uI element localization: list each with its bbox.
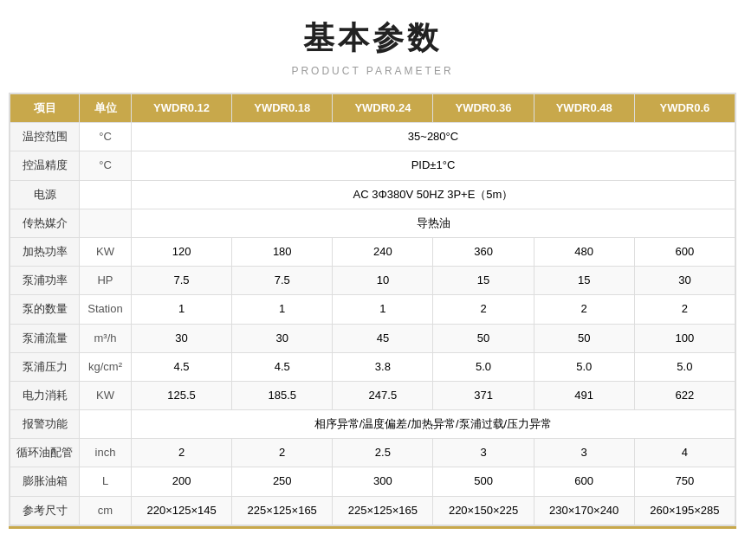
row-unit-2 bbox=[80, 180, 132, 209]
row-6-col-3: 2 bbox=[433, 295, 534, 324]
row-13-col-5: 260×195×285 bbox=[634, 496, 735, 525]
row-6-col-1: 1 bbox=[232, 295, 333, 324]
row-4-col-5: 600 bbox=[634, 237, 735, 266]
row-label-2: 电源 bbox=[10, 180, 80, 209]
row-unit-7: m³/h bbox=[80, 324, 132, 352]
row-unit-13: cm bbox=[80, 496, 132, 525]
row-8-col-1: 4.5 bbox=[232, 352, 333, 381]
row-5-col-3: 15 bbox=[433, 267, 534, 295]
row-unit-5: HP bbox=[80, 267, 132, 295]
row-unit-4: KW bbox=[80, 237, 132, 266]
row-12-col-4: 600 bbox=[534, 467, 634, 496]
row-4-col-3: 360 bbox=[433, 237, 534, 266]
row-9-col-5: 622 bbox=[634, 381, 735, 409]
row-unit-0: °C bbox=[80, 123, 132, 151]
row-8-col-4: 5.0 bbox=[534, 352, 634, 381]
row-11-col-1: 2 bbox=[232, 439, 333, 467]
row-9-col-3: 371 bbox=[433, 381, 534, 409]
table-row: 泵浦流量m³/h3030455050100 bbox=[10, 324, 735, 352]
row-7-col-5: 100 bbox=[634, 324, 735, 352]
row-unit-1: °C bbox=[80, 151, 132, 180]
row-label-0: 温控范围 bbox=[10, 123, 80, 151]
row-4-col-2: 240 bbox=[333, 237, 433, 266]
row-6-col-4: 2 bbox=[534, 295, 634, 324]
col-header-YWDR0.24: YWDR0.24 bbox=[333, 94, 433, 123]
row-label-6: 泵的数量 bbox=[10, 295, 80, 324]
row-9-col-4: 491 bbox=[534, 381, 634, 409]
col-header-YWDR0.6: YWDR0.6 bbox=[634, 94, 735, 123]
row-span-value-0: 35~280°C bbox=[132, 123, 735, 151]
row-5-col-2: 10 bbox=[333, 267, 433, 295]
row-label-7: 泵浦流量 bbox=[10, 324, 80, 352]
row-label-9: 电力消耗 bbox=[10, 381, 80, 409]
row-unit-10 bbox=[80, 410, 132, 439]
row-9-col-0: 125.5 bbox=[132, 381, 232, 409]
col-header-YWDR0.48: YWDR0.48 bbox=[534, 94, 634, 123]
row-unit-8: kg/cm² bbox=[80, 352, 132, 381]
row-4-col-4: 480 bbox=[534, 237, 634, 266]
table-row: 温控范围°C35~280°C bbox=[10, 123, 735, 151]
row-label-5: 泵浦功率 bbox=[10, 267, 80, 295]
row-label-8: 泵浦压力 bbox=[10, 352, 80, 381]
row-unit-12: L bbox=[80, 467, 132, 496]
col-header-YWDR0.36: YWDR0.36 bbox=[433, 94, 534, 123]
row-7-col-4: 50 bbox=[534, 324, 634, 352]
col-header-label: 项目 bbox=[10, 94, 80, 123]
row-span-value-10: 相序异常/温度偏差/加热异常/泵浦过载/压力异常 bbox=[132, 410, 735, 439]
row-8-col-5: 5.0 bbox=[634, 352, 735, 381]
table-row: 泵的数量Station111222 bbox=[10, 295, 735, 324]
table-row: 控温精度°CPID±1°C bbox=[10, 151, 735, 180]
row-label-4: 加热功率 bbox=[10, 237, 80, 266]
page-subtitle: PRODUCT PARAMETER bbox=[291, 65, 453, 77]
row-13-col-4: 230×170×240 bbox=[534, 496, 634, 525]
table-row: 泵浦压力kg/cm²4.54.53.85.05.05.0 bbox=[10, 352, 735, 381]
row-12-col-2: 300 bbox=[333, 467, 433, 496]
table-row: 电源AC 3Φ380V 50HZ 3P+E（5m） bbox=[10, 180, 735, 209]
row-unit-6: Station bbox=[80, 295, 132, 324]
row-13-col-1: 225×125×165 bbox=[232, 496, 333, 525]
table-row: 循环油配管inch222.5334 bbox=[10, 439, 735, 467]
row-11-col-4: 3 bbox=[534, 439, 634, 467]
col-header-单位: 单位 bbox=[80, 94, 132, 123]
row-13-col-3: 220×150×225 bbox=[433, 496, 534, 525]
table-row: 电力消耗KW125.5185.5247.5371491622 bbox=[10, 381, 735, 409]
row-label-1: 控温精度 bbox=[10, 151, 80, 180]
row-9-col-1: 185.5 bbox=[232, 381, 333, 409]
row-5-col-0: 7.5 bbox=[132, 267, 232, 295]
col-header-YWDR0.12: YWDR0.12 bbox=[132, 94, 232, 123]
row-6-col-5: 2 bbox=[634, 295, 735, 324]
row-9-col-2: 247.5 bbox=[333, 381, 433, 409]
row-7-col-0: 30 bbox=[132, 324, 232, 352]
table-row: 膨胀油箱L200250300500600750 bbox=[10, 467, 735, 496]
row-label-11: 循环油配管 bbox=[10, 439, 80, 467]
table-header-row: 项目单位YWDR0.12YWDR0.18YWDR0.24YWDR0.36YWDR… bbox=[10, 94, 735, 123]
row-11-col-5: 4 bbox=[634, 439, 735, 467]
row-span-value-2: AC 3Φ380V 50HZ 3P+E（5m） bbox=[132, 180, 735, 209]
row-8-col-2: 3.8 bbox=[333, 352, 433, 381]
page-title: 基本参数 bbox=[303, 17, 442, 60]
table-row: 传热媒介导热油 bbox=[10, 209, 735, 237]
product-table: 项目单位YWDR0.12YWDR0.18YWDR0.24YWDR0.36YWDR… bbox=[10, 93, 735, 525]
row-11-col-2: 2.5 bbox=[333, 439, 433, 467]
row-label-3: 传热媒介 bbox=[10, 209, 80, 237]
row-label-13: 参考尺寸 bbox=[10, 496, 80, 525]
row-4-col-0: 120 bbox=[132, 237, 232, 266]
row-5-col-4: 15 bbox=[534, 267, 634, 295]
bottom-accent-line bbox=[9, 526, 736, 529]
row-8-col-3: 5.0 bbox=[433, 352, 534, 381]
row-13-col-2: 225×125×165 bbox=[333, 496, 433, 525]
row-4-col-1: 180 bbox=[232, 237, 333, 266]
table-row: 泵浦功率HP7.57.510151530 bbox=[10, 267, 735, 295]
row-label-10: 报警功能 bbox=[10, 410, 80, 439]
col-header-YWDR0.18: YWDR0.18 bbox=[232, 94, 333, 123]
row-7-col-3: 50 bbox=[433, 324, 534, 352]
row-5-col-1: 7.5 bbox=[232, 267, 333, 295]
row-span-value-1: PID±1°C bbox=[132, 151, 735, 180]
row-5-col-5: 30 bbox=[634, 267, 735, 295]
row-7-col-2: 45 bbox=[333, 324, 433, 352]
table-row: 参考尺寸cm220×125×145225×125×165225×125×1652… bbox=[10, 496, 735, 525]
table-row: 报警功能相序异常/温度偏差/加热异常/泵浦过载/压力异常 bbox=[10, 410, 735, 439]
row-span-value-3: 导热油 bbox=[132, 209, 735, 237]
row-8-col-0: 4.5 bbox=[132, 352, 232, 381]
row-11-col-0: 2 bbox=[132, 439, 232, 467]
